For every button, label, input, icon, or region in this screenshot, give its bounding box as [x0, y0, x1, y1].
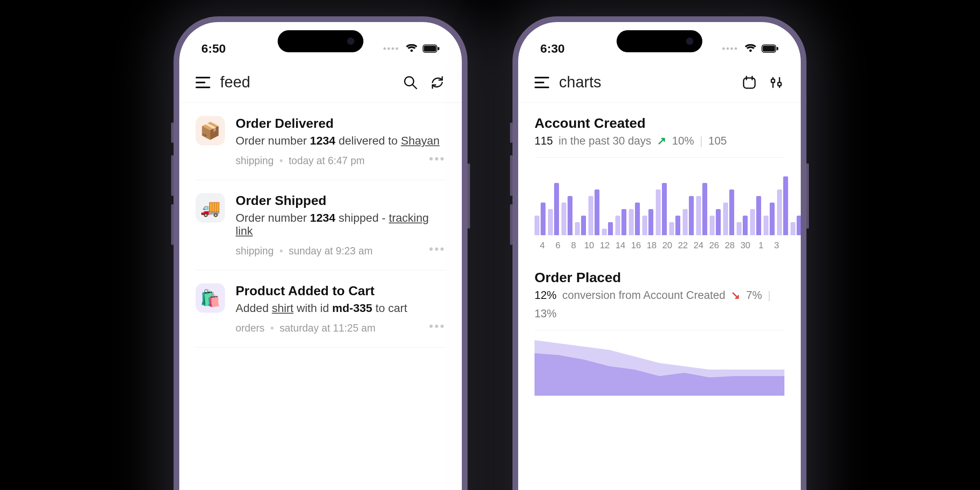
status-time: 6:50	[201, 42, 226, 56]
battery-icon	[762, 45, 779, 53]
x-tick: 8	[566, 240, 581, 251]
x-tick: 6	[550, 240, 566, 251]
package-icon: 📦	[196, 116, 225, 145]
bar-group	[575, 216, 586, 235]
x-tick: 30	[737, 240, 753, 251]
svg-line-4	[413, 85, 416, 89]
chart-count: 115	[535, 135, 553, 147]
wifi-icon	[405, 44, 418, 53]
more-icon[interactable]: •••	[429, 242, 445, 256]
bar-group	[669, 216, 680, 235]
svg-rect-1	[424, 46, 436, 51]
more-icon[interactable]: •••	[429, 152, 445, 166]
feed-item-detail: Order number 1234 shipped - tracking lin…	[236, 212, 445, 238]
feed-item-title: Order Shipped	[236, 193, 445, 208]
trend-up-icon: ↗	[657, 134, 666, 147]
page-title: charts	[559, 74, 731, 91]
bar-group	[535, 203, 546, 235]
phone-left: 6:50 feed	[174, 16, 468, 490]
x-tick: 1	[753, 240, 769, 251]
area-chart	[535, 330, 784, 396]
bar-group	[777, 176, 788, 235]
x-tick: 10	[581, 240, 597, 251]
feed-item[interactable]: 🚚Order ShippedOrder number 1234 shipped …	[196, 180, 445, 270]
app-header: charts	[518, 61, 801, 103]
svg-rect-13	[771, 79, 775, 82]
chart-title: Order Placed	[535, 270, 784, 285]
x-tick: 24	[691, 240, 706, 251]
feed-list[interactable]: 📦Order DeliveredOrder number 1234 delive…	[179, 103, 462, 347]
bar-group	[602, 222, 613, 235]
chart-compare: 13%	[535, 307, 557, 320]
bar-group	[656, 183, 667, 235]
chart-card-order-placed[interactable]: Order Placed 12% conversion from Account…	[535, 270, 784, 397]
chart-subtitle: 12% conversion from Account Created ↘ 7%…	[535, 289, 784, 320]
more-icon[interactable]: •••	[429, 319, 445, 333]
feed-item-title: Order Delivered	[236, 116, 445, 131]
x-tick: 4	[535, 240, 550, 251]
x-tick: 28	[722, 240, 737, 251]
svg-rect-2	[438, 47, 439, 50]
bar-group	[561, 196, 572, 235]
x-tick: 20	[659, 240, 675, 251]
refresh-icon[interactable]	[429, 74, 445, 91]
trend-down-icon: ↘	[731, 289, 740, 302]
chart-trend-pct: 10%	[672, 135, 694, 147]
chart-count: 12%	[535, 289, 557, 302]
bar-group	[764, 203, 775, 235]
search-icon[interactable]	[402, 74, 419, 91]
feed-item-meta: shipping•today at 6:47 pm	[236, 155, 445, 167]
bar-group	[696, 183, 707, 235]
feed-item-detail: Added shirt with id md-335 to cart	[236, 302, 445, 315]
x-tick: 26	[706, 240, 722, 251]
bar-group	[710, 209, 721, 235]
bar-group	[615, 209, 626, 235]
feed-item[interactable]: 📦Order DeliveredOrder number 1234 delive…	[196, 103, 445, 180]
bar-group	[723, 189, 734, 235]
chart-title: Account Created	[535, 115, 784, 131]
chart-compare: 105	[708, 135, 727, 147]
bar-group	[642, 209, 653, 235]
calendar-icon[interactable]	[741, 74, 757, 91]
svg-point-3	[405, 77, 414, 86]
bar-group	[629, 203, 640, 235]
x-tick: 3	[769, 240, 784, 251]
svg-rect-6	[763, 46, 775, 51]
notch	[617, 30, 702, 52]
bar-group	[548, 183, 559, 235]
phone-right: 6:30 charts	[512, 16, 806, 490]
feed-item-title: Product Added to Cart	[236, 283, 445, 298]
bar-group	[791, 216, 801, 235]
chart-period: conversion from Account Created	[562, 289, 725, 302]
bar-group	[737, 216, 748, 235]
bar-group	[750, 196, 761, 235]
feed-item-meta: orders•saturday at 11:25 am	[236, 322, 445, 334]
chart-period: in the past 30 days	[559, 135, 651, 147]
chart-card-account-created[interactable]: Account Created 115 in the past 30 days …	[535, 115, 784, 251]
cell-signal-icon	[722, 47, 737, 50]
truck-icon: 🚚	[196, 193, 225, 223]
feed-item-meta: shipping•sunday at 9:23 am	[236, 245, 445, 257]
wifi-icon	[744, 44, 757, 53]
page-title: feed	[220, 74, 392, 91]
chart-trend-pct: 7%	[746, 289, 762, 302]
svg-rect-7	[777, 47, 778, 50]
x-tick: 12	[597, 240, 612, 251]
battery-icon	[423, 45, 440, 53]
x-tick: 14	[612, 240, 628, 251]
settings-sliders-icon[interactable]	[768, 74, 784, 91]
app-header: feed	[179, 61, 462, 103]
svg-rect-8	[744, 78, 755, 88]
bar-chart-x-axis: 468101214161820222426283013	[535, 240, 784, 251]
status-time: 6:30	[540, 42, 565, 56]
svg-rect-14	[778, 82, 781, 86]
menu-icon[interactable]	[535, 77, 549, 88]
chart-subtitle: 115 in the past 30 days ↗ 10% | 105	[535, 134, 784, 147]
cell-signal-icon	[383, 47, 398, 50]
shopping-bags-icon: 🛍️	[196, 283, 225, 313]
feed-item-detail: Order number 1234 delivered to Shayan	[236, 134, 445, 147]
menu-icon[interactable]	[196, 77, 210, 88]
feed-item[interactable]: 🛍️Product Added to CartAdded shirt with …	[196, 270, 445, 347]
bar-chart	[535, 166, 784, 235]
x-tick: 16	[628, 240, 644, 251]
